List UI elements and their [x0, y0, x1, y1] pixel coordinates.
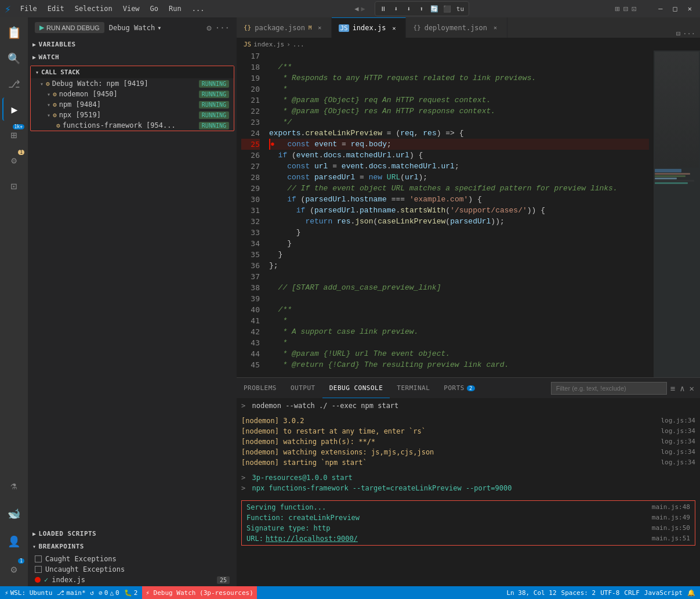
split-editor-icon[interactable]: ⊟: [676, 30, 680, 38]
bp-indexjs[interactable]: ✓ index.js 25: [28, 575, 237, 585]
hl-link-1[interactable]: main.js:48: [652, 502, 690, 513]
status-git-branch[interactable]: ⎇ main*: [57, 589, 85, 597]
nav-forward-btn[interactable]: ▶: [361, 5, 365, 13]
tab-indexjs[interactable]: JS index.js ✕: [332, 17, 406, 38]
bp-caught-exceptions[interactable]: Caught Exceptions: [28, 554, 237, 564]
close-btn[interactable]: ✕: [684, 5, 695, 13]
bp-uncaught-exceptions[interactable]: Uncaught Exceptions: [28, 564, 237, 575]
log-link-1[interactable]: log.js:34: [661, 416, 695, 426]
loaded-scripts-header[interactable]: ▶ LOADED SCRIPTS: [28, 527, 237, 540]
chevron-down-icon-bp: ▾: [32, 543, 37, 550]
call-stack-item-4[interactable]: ⚙ functions-framework [954... RUNNING: [31, 120, 234, 131]
tab-ports[interactable]: PORTS 2: [437, 378, 482, 398]
status-debug-session[interactable]: ⚡ Debug Watch (3p-resources): [142, 586, 256, 599]
call-stack-item-1[interactable]: ▾ ⚙ nodemon [9450] RUNNING: [31, 89, 234, 99]
activity-explorer[interactable]: 📋: [2, 21, 26, 44]
bp-caught-checkbox[interactable]: [35, 555, 42, 562]
tab-problems[interactable]: PROBLEMS: [237, 378, 284, 398]
tab-output[interactable]: OUTPUT: [284, 378, 322, 398]
content-area: {} package.json M ✕ JS index.js ✕ {} dep…: [237, 17, 700, 586]
hl-link-2[interactable]: main.js:49: [652, 513, 690, 523]
status-position[interactable]: Ln 38, Col 12: [506, 589, 556, 597]
menu-go[interactable]: Go: [146, 3, 163, 14]
debug-step-out-btn[interactable]: ⬆: [416, 3, 427, 15]
activity-search[interactable]: 🔍: [2, 46, 26, 70]
call-stack-item-0[interactable]: ▾ ⚙ Debug Watch: npm [9419] RUNNING: [31, 78, 234, 89]
list-view-icon[interactable]: ≡: [669, 383, 676, 394]
menu-file[interactable]: File: [16, 3, 42, 14]
debug-stop-btn[interactable]: ⬛: [441, 3, 453, 15]
hl-link-3[interactable]: main.js:50: [652, 523, 690, 533]
log-link-3[interactable]: log.js:34: [661, 436, 695, 447]
error-count: 0: [104, 589, 108, 597]
layout-icon[interactable]: ⊞: [615, 4, 619, 13]
layout-split-icon[interactable]: ⊟: [623, 4, 628, 13]
tab-debug-console[interactable]: DEBUG CONSOLE: [322, 378, 390, 398]
collapse-icon[interactable]: ∧: [679, 383, 686, 394]
status-line-ending[interactable]: CRLF: [624, 589, 640, 597]
menu-more[interactable]: ...: [187, 3, 209, 14]
more-tabs-icon[interactable]: ···: [683, 30, 695, 38]
tab-close-deployment[interactable]: ✕: [491, 23, 500, 33]
tab-package-json[interactable]: {} package.json M ✕: [237, 17, 332, 38]
activity-account[interactable]: 👤: [2, 529, 26, 553]
code-line-42: * A support case link preview.: [269, 326, 649, 337]
activity-docker[interactable]: 🐋: [2, 501, 26, 525]
status-wsl[interactable]: ⚡ WSL: Ubuntu: [5, 589, 52, 597]
breakpoints-header[interactable]: ▾ BREAKPOINTS: [28, 540, 237, 553]
activity-source-control[interactable]: ⎇: [2, 72, 26, 95]
debug-step-into-btn[interactable]: ⬇: [403, 3, 415, 15]
bp-check-icon: ✓: [44, 576, 48, 584]
debug-config-selector[interactable]: Debug Watch ▾: [109, 24, 162, 32]
maximize-btn[interactable]: □: [670, 5, 681, 13]
breadcrumb-file[interactable]: index.js: [253, 41, 284, 48]
more-icon[interactable]: ···: [215, 23, 230, 33]
debug-pause-btn[interactable]: ⏸: [378, 3, 389, 15]
debug-restart-btn[interactable]: 🔄: [429, 3, 440, 15]
activity-remote[interactable]: ⚙ 1: [2, 149, 26, 172]
call-stack-item-3[interactable]: ▾ ⚙ npx [9519] RUNNING: [31, 110, 234, 120]
bp-uncaught-checkbox[interactable]: [35, 566, 42, 573]
hl-url[interactable]: http://localhost:9000/: [266, 533, 358, 544]
nav-back-btn[interactable]: ◀: [354, 5, 358, 13]
tab-close-index[interactable]: ✕: [389, 23, 398, 33]
debug-step-over-btn[interactable]: ⬇: [390, 3, 402, 15]
activity-flask[interactable]: ⚗: [2, 474, 26, 497]
layout-grid-icon[interactable]: ⊡: [632, 4, 636, 13]
status-spaces[interactable]: Spaces: 2: [561, 589, 596, 597]
log-link-4[interactable]: log.js:34: [661, 447, 695, 457]
tab-terminal[interactable]: TERMINAL: [390, 378, 437, 398]
tab-deployment-json[interactable]: {} deployment.json ✕: [406, 17, 507, 38]
breadcrumb-more[interactable]: ...: [293, 41, 304, 48]
activity-settings[interactable]: ⚙ 1: [2, 557, 26, 580]
variables-header[interactable]: ▶ VARIABLES: [28, 38, 237, 50]
status-encoding[interactable]: UTF-8: [600, 589, 619, 597]
settings-icon[interactable]: ⚙: [206, 23, 211, 33]
call-stack-header[interactable]: ▾ CALL STACK: [31, 66, 234, 78]
code-editor[interactable]: /** * Responds to any HTTP request relat…: [264, 50, 654, 377]
call-stack-item-2[interactable]: ▾ ⚙ npm [9484] RUNNING: [31, 99, 234, 110]
hl-link-4[interactable]: main.js:51: [652, 533, 690, 544]
menu-view[interactable]: View: [118, 3, 144, 14]
menu-run[interactable]: Run: [164, 3, 186, 14]
tab-close-package[interactable]: ✕: [315, 23, 324, 33]
status-debug-count[interactable]: 🐛 2: [124, 589, 138, 597]
watch-header[interactable]: ▶ WATCH: [28, 50, 237, 63]
activity-extensions[interactable]: ⊞ 1k+: [2, 123, 26, 146]
status-notifications[interactable]: 🔔: [687, 589, 695, 597]
run-and-debug-button[interactable]: ▶ RUN AND DEBUG: [35, 22, 104, 33]
menu-selection[interactable]: Selection: [70, 3, 117, 14]
console-filter-input[interactable]: [551, 382, 667, 395]
activity-panels[interactable]: ⊡: [2, 174, 26, 197]
status-errors[interactable]: ⊘ 0 △ 0: [99, 589, 119, 597]
menu-edit[interactable]: Edit: [43, 3, 69, 14]
code-line-23: */: [269, 117, 649, 128]
bp-count: 25: [217, 576, 230, 584]
log-link-2[interactable]: log.js:34: [661, 426, 695, 436]
minimize-btn[interactable]: —: [655, 5, 666, 13]
log-link-5[interactable]: log.js:34: [661, 457, 695, 468]
status-sync[interactable]: ↺: [90, 589, 95, 597]
activity-run-debug[interactable]: ▶: [2, 98, 26, 121]
close-panel-btn[interactable]: ✕: [688, 383, 695, 394]
status-language[interactable]: JavaScript: [644, 589, 683, 597]
